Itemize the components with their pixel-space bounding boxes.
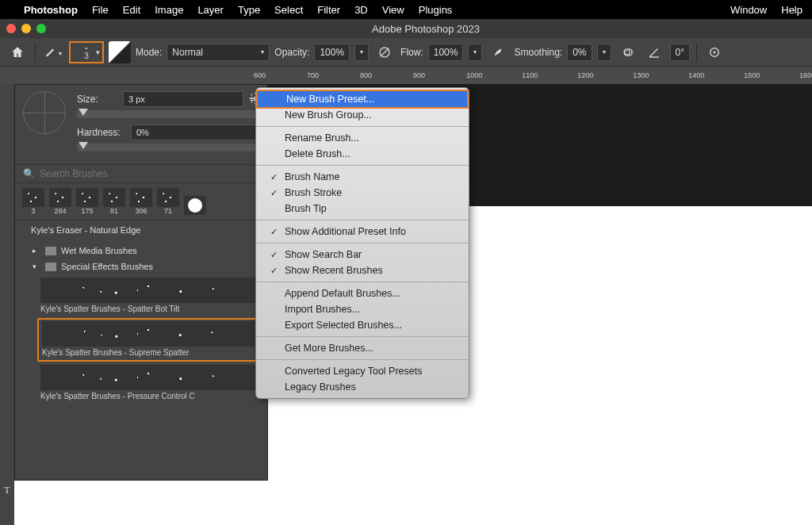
recent-brush-thumb[interactable]: 81 (102, 188, 126, 215)
recent-brush-thumb[interactable]: 71 (156, 188, 180, 215)
brush-search: 🔍 (15, 164, 267, 183)
brush-size-number: 3 (84, 52, 89, 60)
recent-brush-thumb[interactable]: 306 (129, 188, 153, 215)
brush-tool-icon[interactable] (42, 41, 64, 63)
menu-layer[interactable]: Layer (197, 4, 224, 16)
menu-item[interactable]: Get More Brushes... (256, 340, 469, 356)
menu-item[interactable]: New Brush Preset... (256, 90, 469, 109)
options-bar: • 3 ▾ Mode: Normal▾ Opacity: 100% ▾ Flow… (0, 38, 812, 67)
flow-input[interactable]: 100% (428, 44, 464, 61)
brush-stroke-item[interactable]: Kyle's Spatter Brushes - Supreme Spatter (37, 318, 259, 362)
current-brush-title: Kyle's Eraser - Natural Edge (15, 220, 267, 240)
menu-item[interactable]: Export Selected Brushes... (256, 317, 469, 333)
menu-image[interactable]: Image (155, 4, 183, 16)
recent-brush-thumb[interactable] (183, 196, 207, 215)
smoothing-label: Smoothing: (514, 47, 562, 58)
recent-brush-thumb[interactable]: 3 (21, 188, 45, 215)
smoothing-chevron[interactable]: ▾ (597, 44, 611, 61)
opacity-label: Opacity: (274, 47, 309, 58)
search-input[interactable] (40, 168, 259, 179)
menu-item[interactable]: Delete Brush... (256, 146, 469, 162)
brush-preset-panel: Size: ⇋ Hardness: 🔍 32841758130671 Kyle'… (14, 84, 268, 481)
menu-select[interactable]: Select (274, 4, 303, 16)
angle-icon (643, 41, 665, 63)
menu-item[interactable]: ✓Brush Name (256, 169, 469, 185)
size-label: Size: (77, 94, 117, 105)
brush-tip-preview[interactable] (23, 91, 66, 134)
menu-file[interactable]: File (92, 4, 109, 16)
hardness-label: Hardness: (77, 127, 124, 138)
menu-item[interactable]: Append Default Brushes... (256, 285, 469, 301)
hardness-input[interactable] (131, 125, 259, 140)
gear-icon[interactable] (616, 41, 638, 63)
pressure-size-icon[interactable] (703, 41, 726, 63)
brush-folder[interactable]: ▸Wet Media Brushes (15, 243, 267, 259)
recent-brush-thumb[interactable]: 284 (48, 188, 72, 215)
brush-folder[interactable]: ▾Special Effects Brushes (15, 259, 267, 274)
horizontal-ruler: 6007008009001000110012001300140015001600… (0, 67, 812, 84)
size-slider[interactable] (77, 110, 259, 118)
close-icon[interactable] (6, 24, 16, 33)
menu-item[interactable]: ✓Show Search Bar (256, 247, 469, 262)
recent-brush-thumb[interactable]: 175 (75, 188, 99, 215)
menu-item[interactable]: Import Brushes... (256, 301, 469, 317)
traffic-lights (6, 24, 46, 33)
menu-3d[interactable]: 3D (354, 4, 368, 16)
pressure-opacity-icon[interactable] (373, 41, 396, 63)
menu-help[interactable]: Help (781, 4, 802, 16)
menu-item[interactable]: Legacy Brushes (256, 379, 469, 395)
brush-preset-list[interactable]: ▸Wet Media Brushes▾Special Effects Brush… (15, 240, 267, 462)
menu-filter[interactable]: Filter (317, 4, 340, 16)
window-title: Adobe Photoshop 2023 (46, 23, 806, 35)
menu-item[interactable]: ✓Show Recent Brushes (256, 262, 469, 278)
recent-brushes: 32841758130671 (15, 183, 267, 220)
home-icon[interactable] (6, 41, 29, 63)
menu-window[interactable]: Window (730, 4, 767, 16)
tools-panel: T (0, 84, 14, 525)
menu-edit[interactable]: Edit (123, 4, 140, 16)
menu-item[interactable]: Rename Brush... (256, 130, 469, 146)
brush-preset-picker[interactable]: • 3 ▾ (69, 41, 104, 63)
smoothing-input[interactable]: 0% (567, 44, 592, 61)
minimize-icon[interactable] (21, 24, 31, 33)
search-icon: 🔍 (23, 168, 35, 179)
menu-view[interactable]: View (382, 4, 404, 16)
flow-label: Flow: (400, 47, 423, 58)
menu-item[interactable]: Brush Tip (256, 201, 469, 217)
svg-point-2 (713, 51, 715, 53)
app-name[interactable]: Photoshop (24, 4, 78, 16)
zoom-icon[interactable] (36, 24, 46, 33)
brush-panel-toggle-icon[interactable] (109, 41, 131, 63)
brush-panel-flyout-menu: New Brush Preset...New Brush Group...Ren… (255, 87, 469, 399)
brush-stroke-item[interactable]: Kyle's Spatter Brushes - Pressure Contro… (37, 363, 259, 404)
menu-item[interactable]: Converted Legacy Tool Presets (256, 363, 469, 379)
menu-item[interactable]: ✓Show Additional Preset Info (256, 224, 469, 240)
mode-label: Mode: (136, 47, 162, 58)
menu-plugins[interactable]: Plugins (419, 4, 453, 16)
mode-dropdown[interactable]: Normal▾ (167, 44, 270, 61)
window-titlebar: Adobe Photoshop 2023 (0, 19, 812, 38)
menu-item[interactable]: New Brush Group... (256, 107, 469, 123)
menu-item[interactable]: ✓Brush Stroke (256, 185, 469, 201)
brush-stroke-item[interactable]: Kyle's Spatter Brushes - Spatter Bot Til… (37, 276, 259, 316)
hardness-slider[interactable] (77, 144, 259, 151)
flow-chevron[interactable]: ▾ (468, 44, 482, 61)
airbrush-icon[interactable] (487, 41, 509, 63)
opacity-chevron[interactable]: ▾ (354, 44, 369, 61)
opacity-input[interactable]: 100% (314, 44, 350, 61)
size-input[interactable] (123, 91, 243, 107)
menu-type[interactable]: Type (238, 4, 260, 16)
macos-menubar: Photoshop File Edit Image Layer Type Sel… (0, 0, 812, 19)
type-tool-icon[interactable]: T (0, 481, 14, 500)
angle-input[interactable]: 0° (670, 44, 690, 61)
